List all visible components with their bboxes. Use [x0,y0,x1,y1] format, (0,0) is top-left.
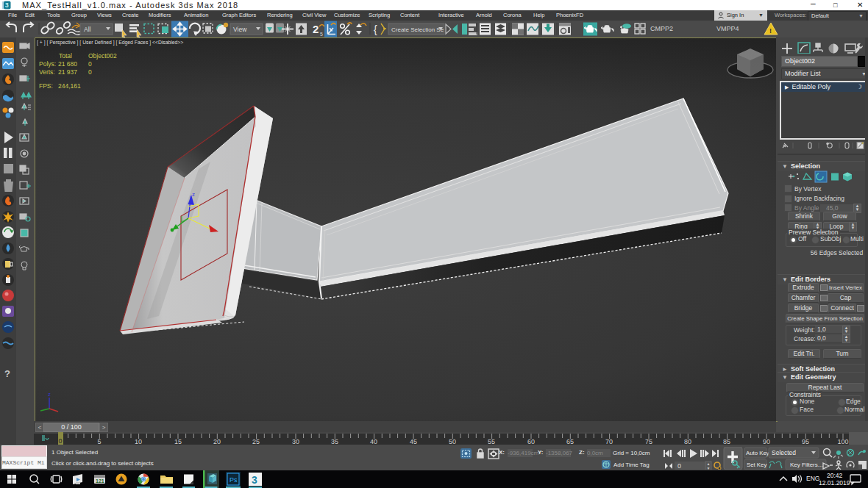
svg-text:0: 0 [58,437,62,445]
svg-text:{: { [374,24,377,35]
svg-text:15: 15 [174,438,182,445]
svg-text:Ps: Ps [230,476,238,484]
svg-text:5: 5 [97,438,101,445]
svg-text:Selected: Selected [772,449,796,456]
svg-text:80: 80 [684,438,691,445]
svg-text:2: 2 [313,23,319,35]
svg-text:ENG: ENG [806,475,819,482]
svg-text:Auto Key: Auto Key [746,450,769,456]
svg-text:0: 0 [677,462,681,470]
svg-text:z: z [192,191,195,198]
svg-text:?: ? [4,368,10,379]
svg-text:45: 45 [410,438,417,445]
svg-text:30: 30 [292,438,299,445]
svg-text:50: 50 [449,438,456,445]
svg-text:20: 20 [213,438,221,445]
svg-text:5: 5 [320,32,323,37]
svg-text:3: 3 [5,1,10,9]
svg-text:20:42: 20:42 [827,472,843,479]
svg-text:View: View [233,26,247,33]
svg-text:▼: ▼ [707,466,711,470]
svg-text:75: 75 [645,438,652,445]
svg-text:35: 35 [331,438,338,445]
svg-text:55: 55 [488,438,495,445]
svg-text:60: 60 [527,438,535,445]
svg-text:3: 3 [252,474,257,486]
svg-text:90: 90 [763,438,770,445]
svg-text:100: 100 [837,438,848,445]
svg-text:70: 70 [605,438,613,445]
svg-text:Set Key: Set Key [747,462,766,468]
svg-text:121: 121 [96,478,104,484]
svg-text:Create Selection Se: Create Selection Se [391,26,444,33]
svg-text:z: z [48,391,51,398]
svg-text:85: 85 [723,438,730,445]
svg-text:10: 10 [135,438,142,445]
svg-text:40: 40 [370,438,377,445]
svg-text:!: ! [769,27,772,35]
svg-text:CMPP2: CMPP2 [650,25,673,32]
svg-text:95: 95 [802,438,809,445]
svg-text:25: 25 [252,438,260,445]
svg-text:12.01.2019: 12.01.2019 [819,479,850,487]
svg-text:VMPP4: VMPP4 [716,25,739,32]
svg-text:65: 65 [566,438,574,445]
svg-text:Key Filters...: Key Filters... [790,462,822,468]
svg-text:All: All [84,26,91,33]
